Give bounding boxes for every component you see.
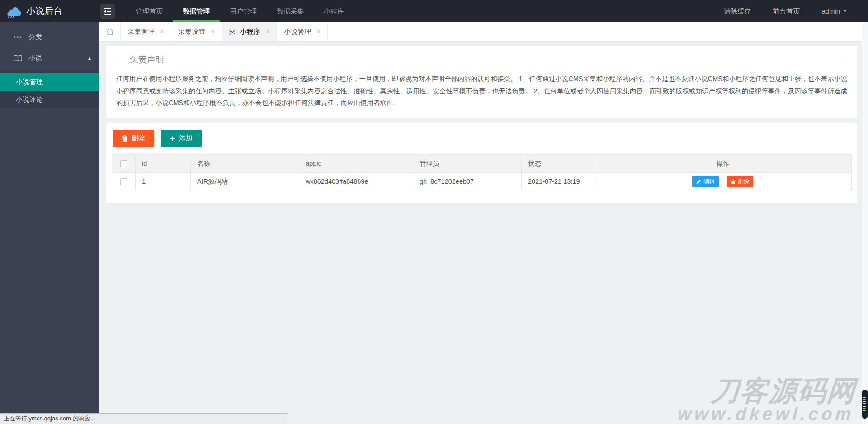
- column-header-status: 状态: [522, 154, 594, 172]
- main-area: 采集管理 × 采集设置 × 小程序 ×: [99, 22, 862, 424]
- tab-miniprogram[interactable]: 小程序 ×: [222, 22, 277, 41]
- disclaimer-title: 免责声明: [124, 54, 170, 66]
- column-header-appid: appid: [299, 154, 413, 172]
- disclaimer-panel: 免责声明 任何用户在使用小程序服务之前，均应仔细阅读本声明，用户可选择不使用小程…: [106, 46, 857, 118]
- logo-cloud-rain-icon: [6, 5, 22, 18]
- tab-home[interactable]: [99, 22, 121, 41]
- sidebar-toggle-button[interactable]: [100, 4, 115, 19]
- trash-icon: [731, 179, 736, 184]
- nav-item-miniprogram[interactable]: 小程序: [314, 0, 354, 22]
- tab-collect-settings[interactable]: 采集设置 ×: [171, 22, 222, 41]
- sidebar-item-novel-comments[interactable]: 小说评论: [0, 91, 99, 108]
- sidebar-submenu: 小说管理 小说评论: [0, 71, 99, 108]
- cell-status: 2021-07-21 13:19: [522, 172, 594, 191]
- sidebar-item-novel-manage[interactable]: 小说管理: [0, 73, 99, 91]
- delete-button-label: 删除: [132, 134, 145, 143]
- watermark-line1: 刀客源码网: [678, 377, 857, 405]
- username: admin: [821, 0, 840, 22]
- row-delete-button[interactable]: 删除: [727, 176, 753, 187]
- cell-name: AIR源码站: [191, 172, 299, 191]
- scrollbar-track[interactable]: [862, 22, 868, 424]
- main-menu: 管理首页 数据管理 用户管理 数据采集 小程序: [126, 0, 354, 22]
- column-header-actions: 操作: [594, 154, 852, 172]
- home-icon: [106, 28, 114, 35]
- nav-item-data-manage[interactable]: 数据管理: [173, 0, 220, 22]
- row-checkbox[interactable]: [120, 178, 127, 185]
- table-row: 1 AIR源码站 wx862d403ffa84869e gh_8c71202ee…: [112, 172, 852, 191]
- miniprogram-panel: 删除 + 添加 id: [106, 123, 857, 203]
- toolbar: 删除 + 添加: [113, 130, 852, 147]
- cell-appid: wx862d403ffa84869e: [299, 172, 413, 191]
- sidebar-item-label: 分类: [28, 33, 42, 42]
- miniprogram-table: id 名称 appid 管理员 状态 操作 1 AIR源码站: [112, 154, 852, 191]
- add-button-label: 添加: [179, 134, 193, 143]
- tools-icon: [229, 29, 236, 35]
- tab-label: 小程序: [240, 28, 260, 36]
- frontend-home-link[interactable]: 前台首页: [762, 0, 811, 22]
- trash-icon: [122, 135, 127, 142]
- tab-label: 采集管理: [127, 28, 155, 36]
- navbar-right: 清除缓存 前台首页 admin ▼: [713, 0, 868, 22]
- sidebar-item-label: 小说: [28, 54, 42, 62]
- nav-item-data-collect[interactable]: 数据采集: [267, 0, 314, 22]
- sidebar-item-category[interactable]: ··· 分类: [0, 27, 99, 48]
- sidebar-item-novel[interactable]: 小说 ▲: [0, 48, 99, 68]
- browser-status-bar: 正在等待 ymcs.qqjas.com 的响应...: [0, 413, 288, 424]
- close-icon[interactable]: ×: [211, 28, 215, 36]
- table-header-row: id 名称 appid 管理员 状态 操作: [112, 154, 852, 172]
- chevron-up-icon: ▲: [87, 56, 92, 61]
- scrollbar-minimap-widget[interactable]: [862, 390, 868, 419]
- edit-button-label: 编辑: [703, 178, 715, 186]
- column-header-id: id: [136, 154, 191, 172]
- menu-icon: [104, 14, 111, 15]
- edit-button[interactable]: 编辑: [692, 176, 719, 187]
- close-icon[interactable]: ×: [316, 28, 321, 36]
- cell-id: 1: [136, 172, 191, 191]
- caret-down-icon: ▼: [843, 0, 847, 22]
- page-content: 免责声明 任何用户在使用小程序服务之前，均应仔细阅读本声明，用户可选择不使用小程…: [99, 42, 862, 203]
- plus-icon: +: [170, 134, 175, 143]
- tab-collect-manage[interactable]: 采集管理 ×: [121, 22, 171, 41]
- top-navbar: 小说后台 管理首页 数据管理 用户管理 数据采集 小程序 清除缓存 前台首页 a…: [0, 0, 868, 22]
- add-button[interactable]: + 添加: [161, 130, 202, 147]
- watermark-line2: www.dkewl.com: [677, 405, 855, 424]
- clear-cache-link[interactable]: 清除缓存: [713, 0, 762, 22]
- tab-label: 小说管理: [284, 28, 311, 36]
- user-dropdown[interactable]: admin ▼: [811, 0, 858, 22]
- tab-label: 采集设置: [178, 28, 205, 36]
- close-icon[interactable]: ×: [160, 28, 164, 36]
- column-header-admin: 管理员: [413, 154, 522, 172]
- app-title: 小说后台: [26, 5, 62, 17]
- cell-admin: gh_8c71202eeb07: [413, 172, 522, 191]
- watermark: 刀客源码网 www.dkewl.com: [677, 377, 857, 424]
- tab-novel-manage[interactable]: 小说管理 ×: [277, 22, 328, 41]
- tab-bar: 采集管理 × 采集设置 × 小程序 ×: [99, 22, 862, 42]
- nav-item-user-manage[interactable]: 用户管理: [220, 0, 267, 22]
- sidebar: ··· 分类 小说 ▲ 小说管理 小说评论: [0, 22, 99, 424]
- menu-icon: [104, 8, 111, 9]
- row-delete-button-label: 删除: [738, 178, 749, 186]
- nav-item-admin-home[interactable]: 管理首页: [126, 0, 173, 22]
- ellipsis-icon: ···: [14, 35, 24, 39]
- menu-icon: [104, 10, 111, 13]
- pencil-icon: [696, 179, 701, 184]
- column-header-name: 名称: [191, 154, 299, 172]
- close-icon[interactable]: ×: [266, 28, 270, 36]
- book-icon: [14, 55, 24, 62]
- delete-button[interactable]: 删除: [113, 130, 154, 147]
- app-logo[interactable]: 小说后台: [0, 5, 100, 18]
- select-all-checkbox[interactable]: [120, 160, 127, 167]
- fieldset-divider: 免责声明: [116, 60, 847, 60]
- disclaimer-text: 任何用户在使用小程序服务之前，均应仔细阅读本声明，用户可选择不使用小程序，一旦使…: [116, 73, 847, 109]
